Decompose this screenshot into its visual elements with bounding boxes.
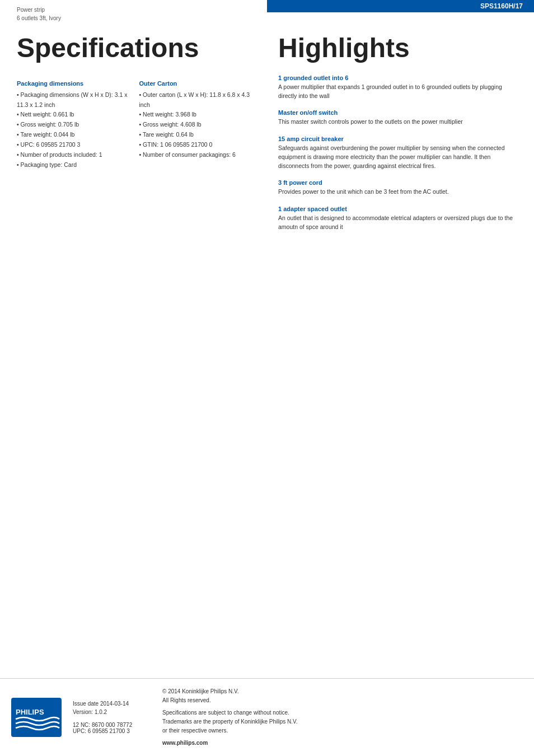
philips-logo: PHILIPS [11,698,62,737]
list-item: Number of products included: 1 [17,150,128,160]
highlight-item: 15 amp circuit breakerSafeguards against… [278,136,517,170]
footer-meta: Issue date 2014-03-14 Version: 1.0.2 12 … [73,701,151,734]
highlight-item: 3 ft power cordProvides power to the uni… [278,179,517,197]
footer: PHILIPS Issue date 2014-03-14 Version: 1… [0,678,534,756]
highlight-title: 15 amp circuit breaker [278,136,517,142]
legal-text: Specifications are subject to change wit… [162,708,298,735]
website: www.philips.com [162,739,298,748]
packaging-list: Packaging dimensions (W x H x D): 3.1 x … [17,90,128,170]
highlights-column: Highlights 1 grounded outlet into 6A pow… [267,28,534,616]
highlight-title: 1 adapter spaced outlet [278,206,517,212]
list-item: UPC: 6 09585 21700 3 [17,140,128,150]
page-wrapper: SPS1160H/17 Power strip 6 outlets 3ft, I… [0,0,534,756]
highlight-item: 1 adapter spaced outletAn outlet that is… [278,206,517,232]
list-item: Gross weight: 4.608 lb [139,120,251,130]
list-item: Packaging dimensions (W x H x D): 3.1 x … [17,90,128,110]
highlight-item: Master on/off switchThis master switch c… [278,109,517,127]
list-item: Nett weight: 0.661 lb [17,110,128,120]
outer-carton-group-title: Outer Carton [139,80,251,87]
issue-date: Issue date 2014-03-14 [73,701,151,707]
highlight-desc: Provides power to the unit which can be … [278,188,517,197]
list-item: Tare weight: 0.64 lb [139,130,251,140]
packaging-col: Packaging dimensions Packaging dimension… [17,74,128,170]
list-item: Gross weight: 0.705 lb [17,120,128,130]
list-item: GTIN: 1 06 09585 21700 0 [139,140,251,150]
product-type: Power strip [17,6,61,14]
main-content: Specifications Packaging dimensions Pack… [0,0,534,616]
highlight-desc: Safeguards against overburdening the pow… [278,144,517,170]
highlight-title: 1 grounded outlet into 6 [278,74,517,81]
highlights-title: Highlights [278,34,517,63]
highlight-title: 3 ft power cord [278,179,517,186]
specs-columns: Packaging dimensions Packaging dimension… [17,74,250,170]
specs-column: Specifications Packaging dimensions Pack… [0,28,267,616]
list-item: Tare weight: 0.044 lb [17,130,128,140]
highlight-desc: This master switch controls power to the… [278,118,517,127]
outer-carton-col: Outer Carton Outer carton (L x W x H): 1… [139,74,251,170]
highlights-list: 1 grounded outlet into 6A power multipli… [278,74,517,232]
product-description: 6 outlets 3ft, Ivory [17,14,61,22]
highlight-desc: A power multiplier that expands 1 ground… [278,83,517,101]
outer-carton-list: Outer carton (L x W x H): 11.8 x 6.8 x 4… [139,90,251,160]
product-info: Power strip 6 outlets 3ft, Ivory [17,6,61,22]
nc-upc: 12 NC: 8670 000 78772UPC: 6 09585 21700 … [73,722,151,734]
list-item: Number of consumer packagings: 6 [139,150,251,160]
specs-title: Specifications [17,34,250,63]
highlight-desc: An outlet that is designed to accommodat… [278,214,517,232]
highlight-item: 1 grounded outlet into 6A power multipli… [278,74,517,101]
model-header: SPS1160H/17 [267,0,534,12]
version: Version: 1.0.2 [73,709,151,715]
list-item: Packaging type: Card [17,160,128,170]
packaging-group-title: Packaging dimensions [17,80,128,87]
list-item: Nett weight: 3.968 lb [139,110,251,120]
footer-legal: © 2014 Koninklijke Philips N.V.All Right… [162,687,298,748]
list-item: Outer carton (L x W x H): 11.8 x 6.8 x 4… [139,90,251,110]
copyright: © 2014 Koninklijke Philips N.V.All Right… [162,687,298,705]
highlight-title: Master on/off switch [278,109,517,116]
svg-text:PHILIPS: PHILIPS [16,708,44,716]
model-number: SPS1160H/17 [480,2,523,10]
